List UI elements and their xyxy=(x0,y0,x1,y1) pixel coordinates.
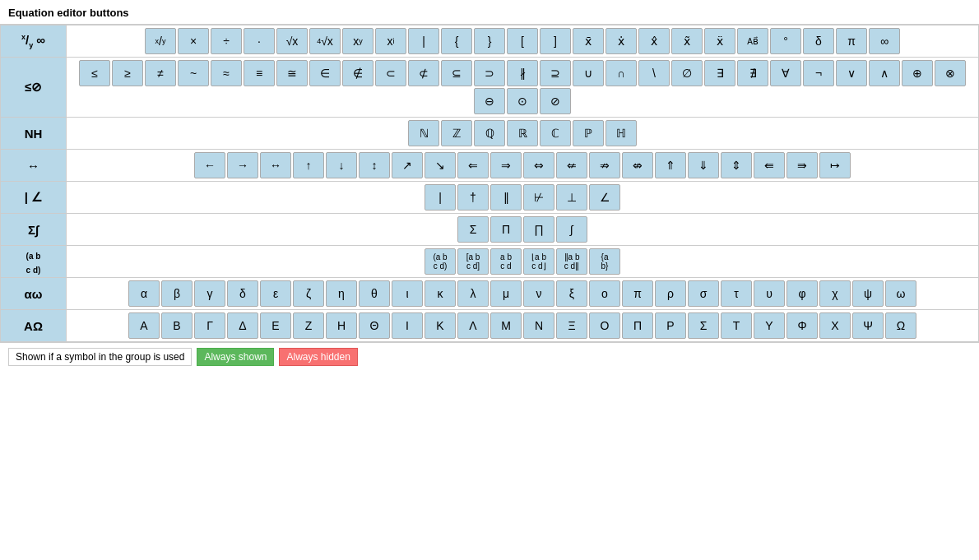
symbol-button[interactable]: ≤ xyxy=(79,60,110,86)
symbol-button[interactable]: σ xyxy=(688,280,719,307)
symbol-button[interactable]: ≡ xyxy=(244,60,275,86)
symbol-button[interactable]: ⇍ xyxy=(556,152,587,178)
symbol-button[interactable]: ⊙ xyxy=(507,88,538,114)
symbol-button[interactable]: [ xyxy=(507,28,538,54)
symbol-button[interactable]: υ xyxy=(754,280,785,307)
symbol-button[interactable]: ⊥ xyxy=(556,184,587,211)
symbol-button[interactable]: δ xyxy=(803,28,834,54)
symbol-button[interactable]: β xyxy=(161,280,193,307)
symbol-button[interactable]: Θ xyxy=(359,312,390,339)
symbol-button[interactable]: ⇕ xyxy=(721,152,752,178)
symbol-button[interactable]: ⇛ xyxy=(786,152,818,178)
symbol-button[interactable]: ι xyxy=(392,280,423,307)
symbol-button[interactable]: Β xyxy=(161,312,193,339)
symbol-button[interactable]: Υ xyxy=(754,312,785,339)
symbol-button[interactable]: Ν xyxy=(523,312,554,339)
symbol-button[interactable]: ⊆ xyxy=(441,60,472,86)
symbol-button[interactable]: { xyxy=(441,28,472,54)
symbol-button[interactable]: ζ xyxy=(293,280,324,307)
symbol-button[interactable]: x/y xyxy=(145,28,176,54)
symbol-button[interactable]: ẋ xyxy=(605,28,637,54)
symbol-button[interactable]: Ι xyxy=(392,312,423,339)
symbol-button[interactable]: ⊕ xyxy=(902,60,933,86)
symbol-button[interactable]: ↗ xyxy=(392,152,423,178)
symbol-button[interactable]: ℤ xyxy=(441,120,472,146)
symbol-button[interactable]: (a bc d) xyxy=(425,248,456,275)
symbol-button[interactable]: ⇒ xyxy=(490,152,522,178)
symbol-button[interactable]: ‖a bc d‖ xyxy=(556,248,587,275)
symbol-button[interactable]: Ζ xyxy=(293,312,324,339)
symbol-button[interactable]: xy xyxy=(342,28,374,54)
symbol-button[interactable]: ⊬ xyxy=(523,184,554,211)
symbol-button[interactable]: Η xyxy=(326,312,357,339)
symbol-button[interactable]: ẍ xyxy=(704,28,735,54)
symbol-button[interactable]: τ xyxy=(721,280,752,307)
symbol-button[interactable]: κ xyxy=(425,280,456,307)
symbol-button[interactable]: Ψ xyxy=(852,312,884,339)
symbol-button[interactable]: ∩ xyxy=(605,60,637,86)
symbol-button[interactable]: ↑ xyxy=(293,152,324,178)
symbol-button[interactable]: ↕ xyxy=(359,152,390,178)
symbol-button[interactable]: 4√x xyxy=(309,28,341,54)
symbol-button[interactable]: φ xyxy=(786,280,818,307)
symbol-button[interactable]: ↦ xyxy=(819,152,851,178)
symbol-button[interactable]: π xyxy=(836,28,867,54)
symbol-button[interactable]: Σ xyxy=(457,216,489,243)
symbol-button[interactable]: x̂ xyxy=(638,28,670,54)
symbol-button[interactable]: ~ xyxy=(178,60,209,86)
symbol-button[interactable]: ω xyxy=(885,280,916,307)
symbol-button[interactable]: ∅ xyxy=(671,60,703,86)
symbol-button[interactable]: ∈ xyxy=(309,60,341,86)
symbol-button[interactable]: √x xyxy=(276,28,308,54)
symbol-button[interactable]: ℍ xyxy=(605,120,637,146)
symbol-button[interactable]: γ xyxy=(194,280,225,307)
symbol-button[interactable]: Μ xyxy=(490,312,522,339)
symbol-button[interactable]: AB⃗ xyxy=(737,28,768,54)
symbol-button[interactable]: x̃ xyxy=(671,28,703,54)
symbol-button[interactable]: Δ xyxy=(227,312,258,339)
symbol-button[interactable]: ÷ xyxy=(211,28,242,54)
symbol-button[interactable]: ∪ xyxy=(573,60,604,86)
symbol-button[interactable]: η xyxy=(326,280,357,307)
symbol-button[interactable]: Κ xyxy=(425,312,456,339)
symbol-button[interactable]: Γ xyxy=(194,312,225,339)
symbol-button[interactable]: ∉ xyxy=(342,60,374,86)
symbol-button[interactable]: xi xyxy=(375,28,406,54)
symbol-button[interactable]: ⇎ xyxy=(622,152,653,178)
symbol-button[interactable]: ≈ xyxy=(211,60,242,86)
symbol-button[interactable]: † xyxy=(457,184,489,211)
symbol-button[interactable]: α xyxy=(128,280,160,307)
symbol-button[interactable]: Φ xyxy=(786,312,818,339)
symbol-button[interactable]: Π xyxy=(622,312,653,339)
symbol-button[interactable]: ⇓ xyxy=(688,152,719,178)
symbol-button[interactable]: ≅ xyxy=(276,60,308,86)
symbol-button[interactable]: ⇔ xyxy=(523,152,554,178)
symbol-button[interactable]: ∏ xyxy=(523,216,554,243)
symbol-button[interactable]: × xyxy=(178,28,209,54)
symbol-button[interactable]: ∦ xyxy=(507,60,538,86)
symbol-button[interactable]: | xyxy=(425,184,456,211)
symbol-button[interactable]: } xyxy=(474,28,505,54)
symbol-button[interactable]: ° xyxy=(770,28,801,54)
symbol-button[interactable]: ⊖ xyxy=(474,88,505,114)
symbol-button[interactable]: ∄ xyxy=(737,60,768,86)
symbol-button[interactable]: Σ xyxy=(688,312,719,339)
symbol-button[interactable]: Ξ xyxy=(556,312,587,339)
symbol-button[interactable]: Ε xyxy=(260,312,291,339)
symbol-button[interactable]: Ω xyxy=(885,312,916,339)
symbol-button[interactable]: ↔ xyxy=(260,152,291,178)
symbol-button[interactable]: ⇐ xyxy=(457,152,489,178)
symbol-button[interactable]: ← xyxy=(194,152,225,178)
symbol-button[interactable]: Τ xyxy=(721,312,752,339)
symbol-button[interactable]: ∨ xyxy=(836,60,867,86)
symbol-button[interactable]: ∧ xyxy=(869,60,900,86)
symbol-button[interactable]: \ xyxy=(638,60,670,86)
symbol-button[interactable]: ≠ xyxy=(145,60,176,86)
symbol-button[interactable]: ∠ xyxy=(589,184,620,211)
symbol-button[interactable]: Χ xyxy=(819,312,851,339)
symbol-button[interactable]: ℕ xyxy=(408,120,439,146)
symbol-button[interactable]: → xyxy=(227,152,258,178)
symbol-button[interactable]: ε xyxy=(260,280,291,307)
symbol-button[interactable]: ℂ xyxy=(540,120,571,146)
symbol-button[interactable]: ∞ xyxy=(869,28,900,54)
